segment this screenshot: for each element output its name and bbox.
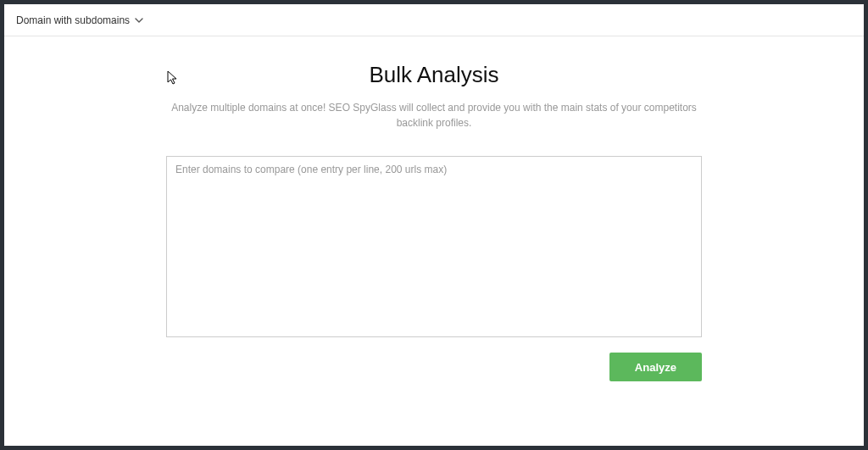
analyze-button[interactable]: Analyze [609,353,702,381]
app-frame: Domain with subdomains Bulk Analysis Ana… [4,4,864,446]
form-actions: Analyze [166,353,702,381]
domains-input[interactable] [166,156,702,337]
domain-scope-label: Domain with subdomains [16,14,130,26]
form-area: Analyze [166,156,702,381]
main-content: Bulk Analysis Analyze multiple domains a… [4,36,864,381]
page-title: Bulk Analysis [4,62,864,88]
top-bar: Domain with subdomains [4,4,864,36]
domain-scope-dropdown[interactable]: Domain with subdomains [16,14,143,26]
chevron-down-icon [135,18,143,23]
page-subtitle: Analyze multiple domains at once! SEO Sp… [171,100,697,131]
